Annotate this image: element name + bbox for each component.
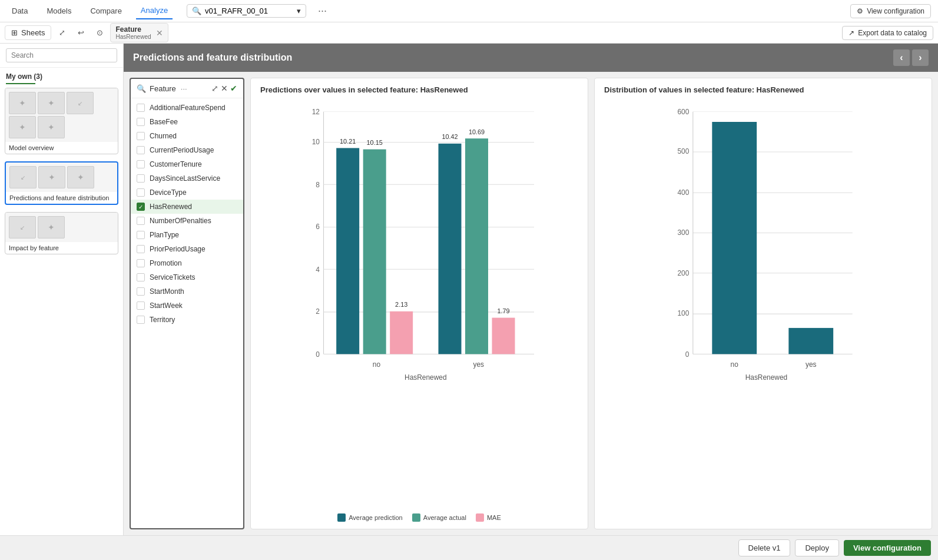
feature-checkbox	[137, 301, 145, 310]
feature-list: AdditionalFeatureSpendBaseFeeChurnedCurr…	[131, 98, 243, 528]
sheets-btn[interactable]: ⊞ Sheets	[5, 25, 51, 40]
top-nav: Data Models Compare Analyze 🔍 ▾ ··· ⚙ Vi…	[0, 0, 938, 22]
svg-text:10.21: 10.21	[340, 138, 356, 145]
expand-icon-btn[interactable]: ⤢	[54, 25, 70, 41]
sheet-card-model-overview[interactable]: ✦ ✦ ↙ ✦ ✦ Model overview	[5, 88, 118, 154]
nav-analyze[interactable]: Analyze	[136, 2, 173, 19]
feature-checkbox	[137, 287, 145, 296]
export-data-btn[interactable]: ↗ Export data to catalog	[842, 26, 933, 40]
feature-checkbox	[137, 245, 145, 253]
sidebar: My own (3) ✦ ✦ ↙ ✦ ✦ Model overview ↙ ✦	[0, 44, 124, 535]
mini-thumb-5: ✦	[38, 116, 65, 138]
feature-item-startmonth[interactable]: StartMonth	[131, 284, 243, 299]
card-thumb-impact: ↙ ✦	[5, 213, 118, 242]
mini-thumb-7: ✦	[38, 166, 65, 188]
nav-compare[interactable]: Compare	[85, 3, 126, 19]
svg-text:HasRenewed: HasRenewed	[745, 373, 787, 382]
feature-panel-icons: ⤢ ✕ ✔	[211, 84, 237, 93]
feature-item-hasrenewed[interactable]: ✓HasRenewed	[131, 200, 243, 214]
view-config-bottom-btn[interactable]: View configuration	[844, 540, 931, 556]
feature-checkbox	[137, 118, 145, 126]
mini-thumb-1: ✦	[9, 92, 36, 114]
mini-thumb-4: ✦	[9, 116, 36, 138]
view-configuration-btn[interactable]: ⚙ View configuration	[850, 4, 931, 18]
bar-no-mae	[390, 312, 413, 354]
svg-text:200: 200	[677, 269, 689, 277]
svg-text:0: 0	[316, 350, 320, 359]
settings-icon-btn[interactable]: ⊙	[91, 25, 108, 41]
feature-name: CurrentPeriodUsage	[150, 146, 214, 154]
prev-arrow[interactable]: ‹	[893, 49, 910, 66]
legend-box-avg-pred	[337, 513, 346, 522]
feature-more-btn[interactable]: ···	[181, 84, 187, 93]
mini-thumb-2: ✦	[38, 92, 65, 114]
feature-checkbox: ✓	[137, 203, 145, 211]
card-title-model-overview: Model overview	[5, 142, 118, 154]
dropdown-icon[interactable]: ▾	[297, 6, 301, 15]
tab-close-btn[interactable]: ✕	[156, 28, 163, 38]
predictions-chart-area: 0 2 4 6 8 10 12 10.21 10.15	[260, 99, 578, 509]
feature-item-promotion[interactable]: Promotion	[131, 256, 243, 270]
sheet-card-predictions[interactable]: ↙ ✦ ✦ Predictions and feature distributi…	[5, 161, 118, 205]
svg-text:2.13: 2.13	[395, 301, 407, 308]
feature-item-priorperiodusage[interactable]: PriorPeriodUsage	[131, 242, 243, 256]
bar-no-avg-pred	[336, 148, 359, 354]
check-feature-btn[interactable]: ✔	[230, 84, 237, 93]
svg-text:300: 300	[677, 228, 689, 237]
feature-search-icon: 🔍	[137, 84, 146, 93]
feature-item-devicetype[interactable]: DeviceType	[131, 185, 243, 200]
feature-item-customertenure[interactable]: CustomerTenure	[131, 157, 243, 171]
feature-item-basefee[interactable]: BaseFee	[131, 115, 243, 129]
svg-text:4: 4	[316, 266, 320, 274]
delete-btn[interactable]: Delete v1	[738, 539, 791, 556]
feature-item-plantype[interactable]: PlanType	[131, 228, 243, 242]
feature-item-additionalfeaturespend[interactable]: AdditionalFeatureSpend	[131, 101, 243, 115]
undo-icon-btn[interactable]: ↩	[72, 25, 89, 41]
expand-icon: ⤢	[59, 28, 65, 37]
next-arrow[interactable]: ›	[912, 49, 929, 66]
deploy-btn[interactable]: Deploy	[795, 539, 838, 556]
feature-item-servicetickets[interactable]: ServiceTickets	[131, 270, 243, 284]
nav-data[interactable]: Data	[7, 3, 32, 19]
mini-thumb-6: ↙	[9, 166, 37, 188]
predictions-chart-title: Predictions over values in selected feat…	[260, 85, 578, 94]
feature-item-numberofpenalties[interactable]: NumberOfPenalties	[131, 214, 243, 228]
sidebar-search-area	[0, 44, 123, 68]
feature-name: StartWeek	[150, 301, 183, 310]
feature-checkbox	[137, 104, 145, 112]
close-feature-btn[interactable]: ✕	[221, 84, 228, 93]
bar-yes-avg-actual	[465, 138, 488, 354]
svg-text:10.69: 10.69	[469, 128, 485, 135]
feature-tab[interactable]: Feature HasRenewed ✕	[110, 23, 168, 42]
feature-checkbox	[137, 132, 145, 140]
sidebar-search-input[interactable]	[6, 48, 117, 62]
nav-models[interactable]: Models	[42, 3, 76, 19]
feature-name: Territory	[150, 316, 175, 324]
sliders-icon: ⚙	[857, 7, 863, 15]
mini-thumb-10: ✦	[38, 216, 65, 238]
svg-text:0: 0	[685, 350, 690, 359]
model-search-input[interactable]	[205, 6, 293, 15]
card-thumb-model-overview: ✦ ✦ ↙ ✦ ✦	[5, 88, 118, 142]
feature-item-dayssincelastservice[interactable]: DaysSinceLastService	[131, 171, 243, 185]
model-search-bar[interactable]: 🔍 ▾	[187, 4, 306, 18]
charts-row: 🔍 Feature ··· ⤢ ✕ ✔ AdditionalFeatureSpe…	[124, 72, 938, 535]
sidebar-section-label: My own (3)	[0, 68, 123, 83]
sheet-card-impact[interactable]: ↙ ✦ Impact by feature	[5, 212, 118, 254]
svg-text:10: 10	[312, 138, 320, 146]
feature-name: Churned	[150, 132, 177, 140]
feature-name: DeviceType	[150, 188, 187, 197]
svg-text:400: 400	[677, 188, 689, 197]
feature-name: PriorPeriodUsage	[150, 245, 206, 253]
predictions-legend: Average prediction Average actual MAE	[260, 513, 578, 522]
feature-item-currentperiodusage[interactable]: CurrentPeriodUsage	[131, 143, 243, 157]
second-toolbar: ⊞ Sheets ⤢ ↩ ⊙ Feature HasRenewed ✕ ↗ Ex…	[0, 22, 938, 44]
feature-item-churned[interactable]: Churned	[131, 129, 243, 143]
more-options-btn[interactable]: ···	[318, 5, 327, 17]
feature-item-startweek[interactable]: StartWeek	[131, 299, 243, 313]
expand-feature-btn[interactable]: ⤢	[211, 84, 218, 93]
feature-name: PlanType	[150, 231, 179, 239]
mini-thumb-8: ✦	[67, 166, 94, 188]
feature-name: AdditionalFeatureSpend	[150, 104, 226, 112]
feature-item-territory[interactable]: Territory	[131, 313, 243, 327]
